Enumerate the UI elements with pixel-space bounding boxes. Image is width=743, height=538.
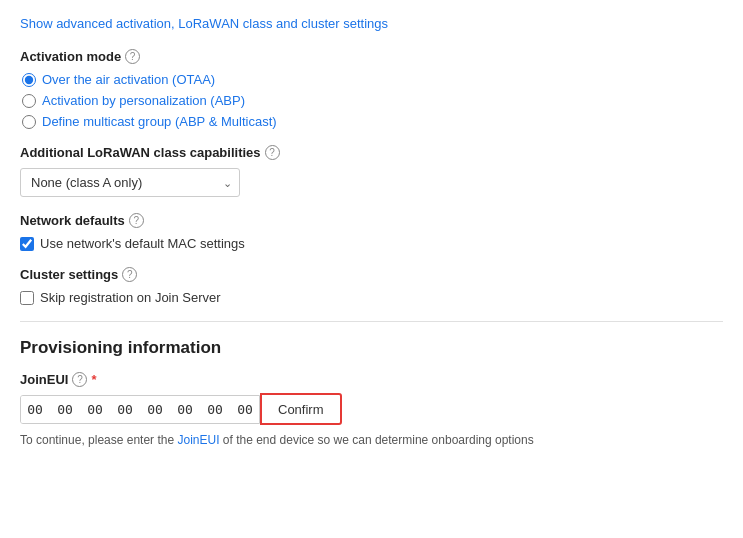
cluster-settings-checkbox[interactable]: [20, 291, 34, 305]
joineui-seg-2: [81, 396, 109, 423]
radio-otaa[interactable]: Over the air activation (OTAA): [22, 72, 723, 87]
lorawan-class-dropdown-container: None (class A only) Class B Class C Clas…: [20, 168, 240, 197]
activation-mode-help-icon[interactable]: ?: [125, 49, 140, 64]
lorawan-class-label: Additional LoRaWAN class capabilities ?: [20, 145, 723, 160]
joineui-seg-0: [21, 396, 49, 423]
cluster-settings-section: Cluster settings ? Skip registration on …: [20, 267, 723, 305]
cluster-settings-help-icon[interactable]: ?: [122, 267, 137, 282]
lorawan-class-section: Additional LoRaWAN class capabilities ? …: [20, 145, 723, 197]
radio-multicast-label: Define multicast group (ABP & Multicast): [42, 114, 277, 129]
joineui-input-4[interactable]: [141, 396, 169, 423]
provisioning-section: Provisioning information JoinEUI ? *: [20, 338, 723, 447]
joineui-input-2[interactable]: [81, 396, 109, 423]
provisioning-title: Provisioning information: [20, 338, 723, 358]
joineui-field-label: JoinEUI ? *: [20, 372, 723, 387]
lorawan-class-help-icon[interactable]: ?: [265, 145, 280, 160]
network-defaults-label: Network defaults ?: [20, 213, 723, 228]
radio-otaa-label: Over the air activation (OTAA): [42, 72, 215, 87]
joineui-seg-1: [51, 396, 79, 423]
joineui-input-6[interactable]: [201, 396, 229, 423]
joineui-seg-5: [171, 396, 199, 423]
joineui-seg-3: [111, 396, 139, 423]
activation-mode-section: Activation mode ? Over the air activatio…: [20, 49, 723, 129]
lorawan-class-dropdown[interactable]: None (class A only) Class B Class C Clas…: [20, 168, 240, 197]
joineui-seg-6: [201, 396, 229, 423]
cluster-settings-checkbox-label[interactable]: Skip registration on Join Server: [20, 290, 723, 305]
cluster-settings-label: Cluster settings ?: [20, 267, 723, 282]
advanced-settings-link[interactable]: Show advanced activation, LoRaWAN class …: [20, 16, 388, 31]
network-defaults-checkbox-text: Use network's default MAC settings: [40, 236, 245, 251]
joineui-input-5[interactable]: [171, 396, 199, 423]
joineui-input-1[interactable]: [51, 396, 79, 423]
network-defaults-checkbox[interactable]: [20, 237, 34, 251]
joineui-required-star: *: [91, 372, 96, 387]
joineui-input-3[interactable]: [111, 396, 139, 423]
joineui-seg-4: [141, 396, 169, 423]
network-defaults-checkbox-label[interactable]: Use network's default MAC settings: [20, 236, 723, 251]
confirm-button[interactable]: Confirm: [260, 393, 342, 425]
joineui-hint: To continue, please enter the JoinEUI of…: [20, 433, 723, 447]
activation-mode-label: Activation mode ?: [20, 49, 723, 64]
joineui-seg-7: [231, 396, 259, 423]
cluster-settings-checkbox-text: Skip registration on Join Server: [40, 290, 221, 305]
joineui-input-7[interactable]: [231, 396, 259, 423]
radio-abp-label: Activation by personalization (ABP): [42, 93, 245, 108]
joineui-row: Confirm: [20, 393, 723, 425]
radio-abp[interactable]: Activation by personalization (ABP): [22, 93, 723, 108]
joineui-help-icon[interactable]: ?: [72, 372, 87, 387]
network-defaults-help-icon[interactable]: ?: [129, 213, 144, 228]
joineui-hint-link[interactable]: JoinEUI: [177, 433, 219, 447]
activation-mode-radio-group: Over the air activation (OTAA) Activatio…: [22, 72, 723, 129]
section-divider: [20, 321, 723, 322]
radio-multicast[interactable]: Define multicast group (ABP & Multicast): [22, 114, 723, 129]
joineui-input-0[interactable]: [21, 396, 49, 423]
joineui-input-group: [20, 395, 260, 424]
network-defaults-section: Network defaults ? Use network's default…: [20, 213, 723, 251]
